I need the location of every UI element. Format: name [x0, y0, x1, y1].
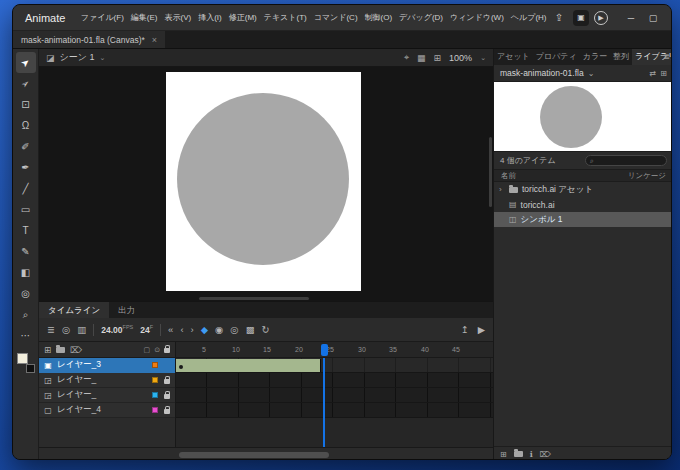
- add-layer-button[interactable]: ⊞: [44, 345, 51, 355]
- layer-name[interactable]: レイヤー_: [57, 374, 148, 386]
- delete-item-button[interactable]: ⌦: [540, 450, 551, 459]
- frame-ruler[interactable]: 5 10 15 20 25 30 35 40 45: [176, 342, 493, 358]
- step-back-button[interactable]: «: [168, 324, 173, 335]
- outline-column-icon[interactable]: ▢: [144, 346, 151, 354]
- menu-window[interactable]: ウィンドウ(W): [446, 12, 507, 23]
- edit-multiple-frames-button[interactable]: ▩: [246, 324, 255, 335]
- library-item-folder[interactable]: › toricch.ai アセット: [494, 182, 672, 197]
- lasso-tool[interactable]: Ω: [16, 115, 36, 136]
- new-symbol-button[interactable]: ⊞: [500, 450, 507, 459]
- menu-text[interactable]: テキスト(T): [260, 12, 310, 23]
- properties-button[interactable]: ℹ: [530, 450, 533, 459]
- stage-horizontal-scrollbar[interactable]: [199, 297, 309, 300]
- maximize-button[interactable]: ▢: [642, 5, 664, 31]
- lock-icon[interactable]: [164, 409, 170, 414]
- lock-column-icon[interactable]: [164, 348, 170, 353]
- layer-row[interactable]: ▣ レイヤー_3: [39, 358, 175, 373]
- frame-row[interactable]: [176, 403, 493, 418]
- playhead-marker[interactable]: [321, 344, 328, 356]
- frame-back-button[interactable]: ‹: [180, 324, 183, 335]
- layer-lock-slot[interactable]: [162, 407, 171, 414]
- library-item-asset[interactable]: ▤ toricch.ai: [494, 197, 672, 212]
- library-document-dropdown-icon[interactable]: ⌄: [588, 69, 595, 78]
- layers-icon[interactable]: ≣: [47, 324, 55, 335]
- lock-icon[interactable]: [164, 394, 170, 399]
- menu-control[interactable]: 制御(O): [361, 12, 396, 23]
- new-library-panel-icon[interactable]: ⊞: [660, 69, 667, 78]
- graph-icon[interactable]: ▥: [77, 324, 86, 335]
- scene-name[interactable]: シーン 1: [60, 51, 95, 64]
- zoom-level[interactable]: 100%: [449, 53, 472, 63]
- current-frame[interactable]: 24F: [140, 324, 153, 335]
- layer-outline-color[interactable]: [152, 407, 158, 413]
- center-stage-icon[interactable]: ⌖: [404, 52, 409, 63]
- camera-tool[interactable]: ◎: [16, 283, 36, 304]
- fill-color-swatch[interactable]: [26, 364, 35, 373]
- minimize-button[interactable]: ─: [620, 5, 642, 31]
- zoom-dropdown-icon[interactable]: ⌄: [480, 54, 486, 62]
- camera-icon[interactable]: ◎: [62, 324, 70, 335]
- layer-lock-slot[interactable]: [162, 377, 171, 384]
- frames-area[interactable]: 5 10 15 20 25 30 35 40 45: [176, 342, 493, 447]
- line-tool[interactable]: ╱: [16, 178, 36, 199]
- paint-bucket-tool[interactable]: ◧: [16, 262, 36, 283]
- scene-dropdown-icon[interactable]: ⌄: [99, 54, 105, 62]
- insert-keyframe-button[interactable]: ◆: [201, 324, 208, 335]
- export-icon[interactable]: ↥: [461, 324, 469, 335]
- layer-name[interactable]: レイヤー_3: [57, 359, 148, 371]
- timeline-horizontal-scrollbar[interactable]: [179, 452, 329, 458]
- layer-outline-color[interactable]: [152, 392, 158, 398]
- play-circle-icon[interactable]: ▶: [594, 11, 608, 25]
- layer-outline-color[interactable]: [152, 362, 158, 368]
- tab-close-icon[interactable]: ×: [152, 35, 157, 45]
- layer-lock-slot[interactable]: [162, 392, 171, 399]
- zoom-tool[interactable]: ⌕: [16, 304, 36, 325]
- pen-tool[interactable]: ✒: [16, 157, 36, 178]
- rectangle-tool[interactable]: ▭: [16, 199, 36, 220]
- selection-tool[interactable]: ➤: [16, 52, 36, 73]
- stage-area[interactable]: [39, 67, 493, 301]
- library-search[interactable]: ⌕: [585, 155, 667, 166]
- add-folder-button[interactable]: [56, 347, 65, 353]
- tab-color[interactable]: カラー: [580, 49, 610, 65]
- pin-library-icon[interactable]: ⇄: [650, 69, 657, 78]
- publish-icon[interactable]: ▣: [573, 10, 589, 26]
- column-linkage[interactable]: リンケージ: [628, 171, 666, 181]
- play-button[interactable]: ▶: [478, 324, 485, 335]
- frame-row[interactable]: [176, 373, 493, 388]
- layer-outline-color[interactable]: [152, 377, 158, 383]
- document-tab[interactable]: mask-animation-01.fla (Canvas)* ×: [13, 31, 165, 48]
- library-item-symbol[interactable]: ◫ シンボル 1: [494, 212, 672, 227]
- loop-button[interactable]: ↻: [262, 324, 270, 335]
- tab-output[interactable]: 出力: [109, 302, 144, 318]
- menu-file[interactable]: ファイル(F): [77, 12, 127, 23]
- stage-canvas[interactable]: [166, 72, 361, 291]
- layer-name[interactable]: レイヤー_: [57, 389, 148, 401]
- layer-row[interactable]: ◲ レイヤー_: [39, 373, 175, 388]
- frame-forward-button[interactable]: ›: [191, 324, 194, 335]
- tween-span[interactable]: [176, 359, 321, 372]
- layer-name[interactable]: レイヤー_4: [57, 404, 148, 416]
- disclosure-icon[interactable]: ›: [499, 185, 505, 194]
- playhead-line[interactable]: [323, 358, 325, 447]
- onion-skin-button[interactable]: ◉: [215, 324, 223, 335]
- library-document-selector[interactable]: mask-animation-01.fla ⌄ ⇄ ⊞: [494, 65, 672, 82]
- frame-row[interactable]: [176, 388, 493, 403]
- stage-vertical-scrollbar[interactable]: [489, 137, 492, 207]
- menu-commands[interactable]: コマンド(C): [310, 12, 361, 23]
- menu-edit[interactable]: 編集(E): [127, 12, 161, 23]
- tab-timeline[interactable]: タイムライン: [39, 302, 109, 318]
- delete-layer-button[interactable]: ⌦: [70, 345, 82, 355]
- text-tool[interactable]: T: [16, 220, 36, 241]
- frame-row[interactable]: [176, 358, 493, 373]
- menu-modify[interactable]: 修正(M): [225, 12, 260, 23]
- panel-menu-icon[interactable]: ≣: [663, 49, 670, 65]
- more-tools-button[interactable]: ⋯: [16, 325, 36, 346]
- library-column-headers[interactable]: 名前 リンケージ: [494, 169, 672, 182]
- onion-outline-button[interactable]: ◎: [230, 324, 238, 335]
- color-swatches[interactable]: [17, 353, 35, 373]
- edit-scene-icon[interactable]: ▦: [417, 53, 426, 63]
- layer-row[interactable]: ▢ レイヤー_4: [39, 403, 175, 418]
- pencil-tool[interactable]: ✎: [16, 241, 36, 262]
- subselection-tool[interactable]: ➢: [16, 73, 36, 94]
